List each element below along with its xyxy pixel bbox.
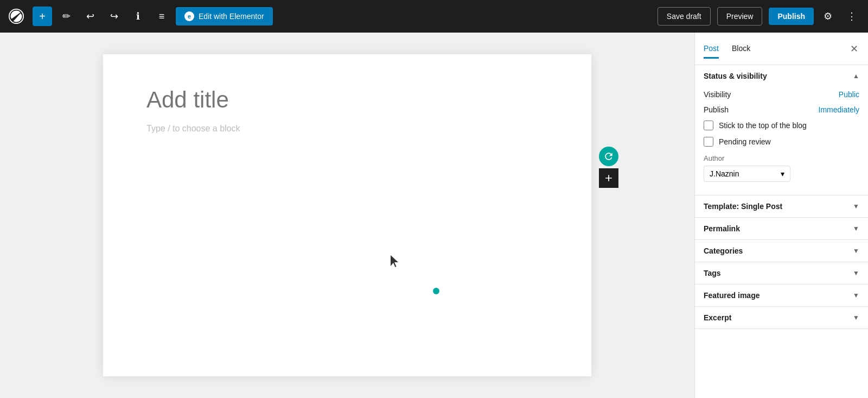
publish-button[interactable]: Publish xyxy=(769,8,814,25)
cursor xyxy=(391,255,401,270)
section-categories-header[interactable]: Categories ▼ xyxy=(695,240,868,262)
add-icon xyxy=(603,173,614,184)
toolbar: + ✏ ↩ ↪ ℹ ≡ e Edit with Elementor Save d… xyxy=(0,0,868,33)
section-categories: Categories ▼ xyxy=(695,240,868,262)
section-status-header[interactable]: Status & visibility ▲ xyxy=(695,65,868,87)
preview-button[interactable]: Preview xyxy=(717,7,763,26)
section-permalink-title: Permalink xyxy=(704,224,740,233)
section-status-visibility: Status & visibility ▲ Visibility Public … xyxy=(695,65,868,195)
main-area: Type / to choose a block xyxy=(0,33,868,398)
section-excerpt-title: Excerpt xyxy=(704,313,731,322)
tab-post[interactable]: Post xyxy=(704,40,719,59)
chevron-down-icon: ▼ xyxy=(853,314,859,321)
edit-button[interactable]: ✏ xyxy=(56,7,76,26)
close-icon: ✕ xyxy=(850,43,858,55)
settings-button[interactable]: ⚙ xyxy=(818,7,838,26)
fab-add-button[interactable] xyxy=(599,168,618,188)
post-title-input[interactable] xyxy=(146,87,548,113)
author-section: Author J.Naznin ▾ xyxy=(704,150,859,186)
section-excerpt-header[interactable]: Excerpt ▼ xyxy=(695,307,868,328)
section-template-title: Template: Single Post xyxy=(704,202,782,211)
elementor-label: Edit with Elementor xyxy=(199,12,264,21)
block-placeholder[interactable]: Type / to choose a block xyxy=(146,124,548,134)
sidebar: Post Block ✕ Status & visibility ▲ Visib… xyxy=(694,33,868,398)
pending-review-label[interactable]: Pending review xyxy=(719,137,771,146)
floating-actions xyxy=(599,147,618,188)
undo-icon: ↩ xyxy=(86,10,94,22)
section-permalink: Permalink ▼ xyxy=(695,218,868,240)
save-draft-button[interactable]: Save draft xyxy=(658,7,711,26)
editor-area: Type / to choose a block xyxy=(0,33,694,398)
pending-review-row: Pending review xyxy=(704,134,859,150)
stick-to-top-label[interactable]: Stick to the top of the blog xyxy=(719,121,807,130)
section-template-header[interactable]: Template: Single Post ▼ xyxy=(695,195,868,217)
author-select[interactable]: J.Naznin ▾ xyxy=(704,166,790,182)
visibility-row: Visibility Public xyxy=(704,87,859,102)
pending-review-checkbox[interactable] xyxy=(704,137,713,147)
green-status-dot xyxy=(433,288,439,294)
pencil-icon: ✏ xyxy=(62,10,71,22)
preview-label: Preview xyxy=(726,12,754,21)
section-permalink-header[interactable]: Permalink ▼ xyxy=(695,218,868,239)
publish-label: Publish xyxy=(704,105,729,114)
section-categories-title: Categories xyxy=(704,247,743,255)
redo-icon: ↪ xyxy=(110,10,118,22)
section-template: Template: Single Post ▼ xyxy=(695,195,868,218)
stick-to-top-checkbox[interactable] xyxy=(704,121,713,130)
fab-circle-button[interactable] xyxy=(599,147,618,166)
chevron-down-icon: ▼ xyxy=(853,292,859,299)
section-tags-header[interactable]: Tags ▼ xyxy=(695,262,868,284)
plus-icon: + xyxy=(39,10,46,23)
section-excerpt: Excerpt ▼ xyxy=(695,307,868,329)
gear-icon: ⚙ xyxy=(824,10,832,22)
info-icon: ℹ xyxy=(136,10,140,22)
visibility-value[interactable]: Public xyxy=(839,90,859,99)
undo-button[interactable]: ↩ xyxy=(80,7,100,26)
tab-block[interactable]: Block xyxy=(732,40,750,59)
sidebar-close-button[interactable]: ✕ xyxy=(846,41,861,56)
elementor-icon: e xyxy=(184,11,194,21)
chevron-down-icon: ▼ xyxy=(853,225,859,232)
redo-button[interactable]: ↪ xyxy=(104,7,124,26)
section-tags: Tags ▼ xyxy=(695,262,868,285)
menu-button[interactable]: ≡ xyxy=(152,7,171,26)
author-value: J.Naznin xyxy=(710,169,739,178)
add-block-button[interactable]: + xyxy=(33,7,52,26)
info-button[interactable]: ℹ xyxy=(128,7,148,26)
chevron-down-icon: ▼ xyxy=(853,247,859,255)
editor-canvas: Type / to choose a block xyxy=(103,54,591,376)
section-status-content: Visibility Public Publish Immediately St… xyxy=(695,87,868,195)
publish-label: Publish xyxy=(777,12,805,21)
more-options-button[interactable]: ⋮ xyxy=(842,7,861,26)
chevron-up-icon: ▲ xyxy=(853,72,859,80)
save-draft-label: Save draft xyxy=(667,12,701,21)
sidebar-header: Post Block ✕ xyxy=(695,33,868,65)
author-label: Author xyxy=(704,154,859,162)
wp-logo[interactable] xyxy=(7,7,26,26)
more-icon: ⋮ xyxy=(847,10,857,22)
edit-with-elementor-button[interactable]: e Edit with Elementor xyxy=(176,7,273,26)
section-featured-image-header[interactable]: Featured image ▼ xyxy=(695,285,868,306)
section-featured-image-title: Featured image xyxy=(704,291,760,300)
section-status-title: Status & visibility xyxy=(704,72,767,80)
chevron-down-icon: ▼ xyxy=(853,269,859,277)
section-tags-title: Tags xyxy=(704,269,721,277)
publish-row: Publish Immediately xyxy=(704,102,859,117)
section-featured-image: Featured image ▼ xyxy=(695,285,868,307)
chevron-down-icon: ▼ xyxy=(853,203,859,210)
author-chevron-icon: ▾ xyxy=(781,169,784,178)
stick-to-top-row: Stick to the top of the blog xyxy=(704,117,859,134)
publish-value[interactable]: Immediately xyxy=(819,105,859,114)
refresh-icon xyxy=(603,151,614,162)
visibility-label: Visibility xyxy=(704,90,731,99)
menu-icon: ≡ xyxy=(159,11,165,22)
